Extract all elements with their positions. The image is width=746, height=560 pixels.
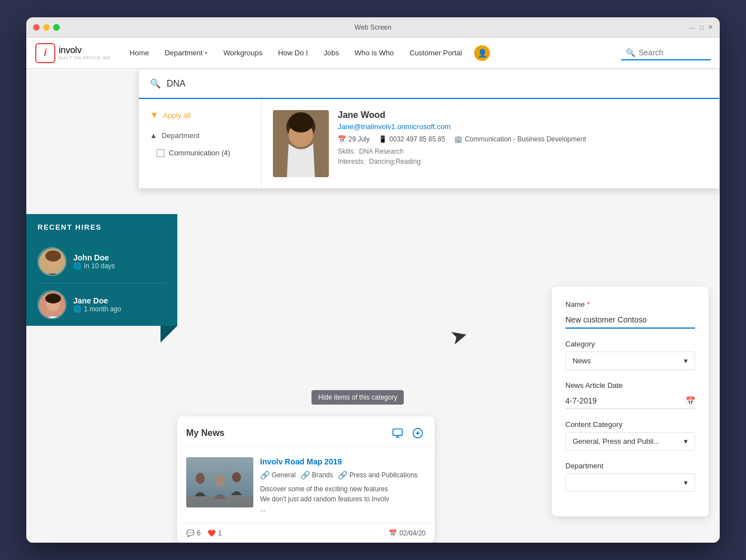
search-input[interactable] [639,48,706,57]
form-input-name[interactable] [565,312,695,329]
minimize-button[interactable]: — [689,23,695,31]
form-select-department[interactable]: ▾ [565,473,695,492]
news-card-header: My News [177,416,435,448]
globe-icon: 🌐 [73,262,82,270]
nav-workgroups[interactable]: Workgroups [215,37,270,69]
hire-info-jane: Jane Doe 🌐 1 month ago [73,296,166,313]
result-skills: Skills: DNA Research [338,148,708,155]
logo-text: involv BUILT ON OFFICE 365 [59,45,111,60]
result-card-jane-wood: Jane Wood Jane@trialinvolv1.onmicrosoft.… [273,110,708,177]
department-chevron-icon: ▾ [205,50,207,56]
svg-point-22 [215,474,225,487]
form-select-content-category[interactable]: General, Press and Publi... ▾ [565,432,695,450]
search-results: Jane Wood Jane@trialinvolv1.onmicrosoft.… [262,99,719,188]
hire-time-john: 🌐 In 10 days [73,262,166,270]
news-content: Involv Road Map 2019 🔗 General 🔗 Brands … [260,457,426,514]
maximize-dot[interactable] [53,24,60,31]
phone-icon: 📱 [379,135,387,143]
chevron-down-icon-dept: ▾ [684,478,688,487]
close-dot[interactable] [33,24,40,31]
nav-customer-portal[interactable]: Customer Portal [402,37,470,69]
nav-search-box[interactable]: 🔍 [621,46,711,60]
filter-apply-all[interactable]: ▼ Apply all [150,110,250,120]
communication-filter-item[interactable]: Communication (4) [150,146,250,159]
globe-icon-jane: 🌐 [73,305,82,313]
general-icon: 🔗 [260,471,270,480]
svg-rect-24 [186,496,253,507]
news-add-button[interactable] [410,425,426,441]
news-article-title[interactable]: Involv Road Map 2019 [260,457,426,466]
window-controls [33,24,60,31]
comment-stat: 💬 6 [186,529,201,537]
svg-point-8 [45,250,61,262]
svg-point-12 [45,293,61,303]
hire-avatar-jane [37,290,67,319]
form-field-news-date: News Article Date 4-7-2019 📅 [565,381,695,409]
hire-item-jane: Jane Doe 🌐 1 month ago [26,283,177,326]
form-required-name: * [587,300,590,309]
close-button[interactable]: ✕ [708,23,713,31]
news-stats: 💬 6 ❤️ 1 [186,529,221,537]
form-date-news[interactable]: 4-7-2019 📅 [565,393,695,409]
search-input-main[interactable] [167,79,708,89]
calendar-icon: 📅 [686,396,695,405]
hire-name-john: John Doe [73,253,166,262]
logo-box: i [35,43,55,63]
news-card-title: My News [186,428,224,438]
news-tags: 🔗 General 🔗 Brands 🔗 Press and Publicati… [260,471,426,480]
search-bar-row: 🔍 [139,69,719,99]
form-field-department: Department ▾ [565,462,695,492]
search-panel: 🔍 ▼ Apply all ▲ Department Communicatio [138,69,720,189]
hire-item-john: John Doe 🌐 In 10 days [26,240,177,283]
chevron-down-icon: ▾ [684,357,688,365]
jane-wood-portrait [273,110,329,177]
nav-bar: i involv BUILT ON OFFICE 365 Home Depart… [26,37,720,69]
brands-icon: 🔗 [300,471,310,480]
date-icon: 📅 [389,529,397,537]
hire-time-jane: 🌐 1 month ago [73,305,166,313]
nav-home[interactable]: Home [122,37,157,69]
nav-how-do-i[interactable]: How Do I [270,37,315,69]
news-body: Involv Road Map 2019 🔗 General 🔗 Brands … [177,448,435,523]
maximize-button[interactable]: □ [700,23,703,31]
form-label-news-date: News Article Date [565,381,695,390]
nav-who-is-who[interactable]: Who is Who [347,37,402,69]
hire-name-jane: Jane Doe [73,296,166,305]
hire-info-john: John Doe 🌐 In 10 days [73,253,166,270]
svg-point-23 [232,472,241,482]
logo[interactable]: i involv BUILT ON OFFICE 365 [35,43,111,63]
form-label-name: Name * [565,300,695,309]
tag-general: 🔗 General [260,471,296,480]
search-icon-blue: 🔍 [150,78,161,89]
recent-hires-card: RECENT HIRES John Doe 🌐 In [26,214,177,326]
form-field-category: Category News ▾ [565,340,695,370]
news-actions [390,425,426,441]
chevron-down-icon-content: ▾ [684,437,688,445]
department-filter-section[interactable]: ▲ Department [150,131,250,140]
result-email[interactable]: Jane@trialinvolv1.onmicrosoft.com [338,122,708,131]
browser-window: Web Screen — □ ✕ i involv BUILT ON OFFIC… [26,17,720,543]
tag-press: 🔗 Press and Publications [338,471,418,480]
result-avatar [273,110,329,177]
result-date: 📅 29 July [338,135,370,143]
logo-name: involv [59,45,111,55]
hire-avatar-john [37,247,67,276]
news-date: 📅 02/04/20 [389,529,426,537]
comment-icon: 💬 [186,529,195,537]
nav-department[interactable]: Department ▾ [157,37,215,69]
news-excerpt: Discover some of the exciting new featur… [260,484,426,514]
collapse-icon: ▲ [150,131,157,140]
decorative-arrow: ➤ [449,324,469,349]
form-select-category[interactable]: News ▾ [565,352,695,370]
person-icon[interactable]: 👤 [474,45,490,61]
search-icon: 🔍 [626,48,635,57]
nav-jobs[interactable]: Jobs [316,37,347,69]
form-label-department: Department [565,462,695,470]
news-hide-button[interactable] [390,425,405,441]
like-stat: ❤️ 1 [207,529,222,537]
communication-checkbox[interactable] [157,149,164,157]
search-body: ▼ Apply all ▲ Department Communication (… [139,99,719,188]
minimize-dot[interactable] [43,24,50,31]
card-fold [160,326,177,343]
press-icon: 🔗 [338,471,347,480]
